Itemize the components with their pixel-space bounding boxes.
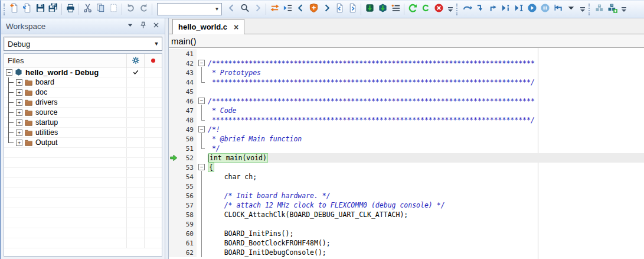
go-button[interactable] (525, 2, 538, 17)
config-selector[interactable]: Debug ▼ (4, 37, 162, 51)
print-button[interactable] (64, 2, 77, 17)
next-bookmark-button[interactable] (320, 2, 333, 17)
folder-label: board (35, 78, 54, 86)
redo-button[interactable] (137, 2, 150, 17)
folder-icon (24, 78, 33, 86)
breakpoint-margin[interactable] (169, 229, 178, 238)
toolbar-overflow-button[interactable] (446, 2, 454, 17)
breakpoint-margin[interactable] (169, 163, 178, 172)
restart-debugger-button[interactable] (406, 2, 419, 17)
function-context-bar[interactable]: main() (169, 34, 644, 48)
expand-icon[interactable]: + (16, 99, 22, 106)
quick-search-combo[interactable]: ▼ (157, 3, 222, 15)
tree-item-source[interactable]: +source (4, 108, 162, 118)
breakpoint-margin[interactable] (169, 87, 178, 96)
nav-forward-button[interactable] (251, 2, 264, 17)
tree-item-startup[interactable]: +startup (4, 118, 162, 128)
step-into-button[interactable] (473, 2, 486, 17)
toggle-bookmark-button[interactable] (268, 2, 281, 17)
step-over-button[interactable] (460, 2, 473, 17)
toolbar-overflow-button[interactable] (620, 2, 627, 17)
toolbar-grip-handle[interactable] (456, 4, 458, 15)
expand-icon[interactable]: + (16, 109, 22, 116)
toolbar-grip-handle[interactable] (4, 4, 5, 15)
tab-close-icon[interactable]: × (234, 23, 238, 31)
breakpoint-margin[interactable] (169, 191, 178, 200)
breakpoint-margin[interactable] (169, 219, 178, 229)
tree-item-drivers[interactable]: +drivers (4, 98, 162, 108)
save-button[interactable] (34, 2, 47, 17)
add-bookmark-button[interactable] (307, 2, 320, 17)
tree-item-output[interactable]: +Output (4, 138, 162, 148)
breakpoint-margin[interactable] (169, 115, 178, 125)
tree-item-doc[interactable]: +doc (4, 88, 162, 98)
expand-icon[interactable]: + (16, 89, 22, 96)
paste-button[interactable] (107, 2, 120, 17)
toolbar-grip-handle[interactable] (589, 4, 590, 15)
prev-document-button[interactable] (333, 2, 346, 17)
fold-toggle-icon[interactable]: − (198, 60, 205, 66)
breakpoint-margin[interactable] (169, 134, 178, 144)
expand-icon[interactable]: + (16, 119, 22, 126)
breakpoint-margin[interactable] (169, 77, 178, 87)
breakpoint-margin[interactable] (169, 106, 178, 115)
step-out-button[interactable] (486, 2, 499, 17)
prev-bookmark-button[interactable] (294, 2, 307, 17)
breakpoint-margin[interactable] (169, 200, 178, 210)
expand-icon[interactable]: + (16, 79, 22, 86)
next-document-button[interactable] (346, 2, 359, 17)
copy-button[interactable] (94, 2, 107, 17)
next-statement-button[interactable] (499, 2, 512, 17)
new-document-button[interactable] (8, 2, 21, 17)
goto-list-button[interactable] (281, 2, 294, 17)
chevron-down-icon[interactable]: ▼ (213, 7, 221, 12)
reset-button[interactable] (551, 2, 564, 17)
reset-options-dropdown[interactable] (564, 2, 577, 17)
breakpoint-margin[interactable] (169, 172, 178, 182)
step-over-icon (462, 3, 472, 15)
find-button[interactable] (238, 2, 251, 17)
open-document-button[interactable] (21, 2, 34, 17)
nav-back-button[interactable] (225, 2, 238, 17)
fold-toggle-icon[interactable]: − (198, 164, 205, 170)
cut-button[interactable] (81, 2, 94, 17)
tree-item-project[interactable]: −hello_world - Debug (4, 67, 162, 77)
download-run-button[interactable] (363, 2, 376, 17)
expand-icon[interactable]: + (16, 140, 22, 146)
blocks-add-button[interactable] (606, 2, 619, 17)
breakpoint-margin[interactable] (169, 248, 178, 257)
breakpoint-margin[interactable] (169, 238, 178, 248)
download-debug-button[interactable] (376, 2, 389, 17)
breakpoint-margin[interactable] (169, 59, 178, 68)
save-all-button[interactable] (47, 2, 60, 17)
collapse-icon[interactable]: − (6, 69, 12, 76)
fold-toggle-icon[interactable]: − (198, 98, 205, 104)
undo-button[interactable] (124, 2, 137, 17)
breakpoint-margin[interactable] (169, 49, 178, 59)
breakpoint-margin[interactable] (169, 153, 178, 163)
breakpoint-indicator-icon[interactable] (144, 54, 162, 67)
tab-hello-world-c[interactable]: hello_world.c × (172, 19, 244, 34)
tree-item-utilities[interactable]: +utilities (4, 128, 162, 138)
workspace-menu-dropdown[interactable] (126, 21, 134, 31)
stop-debugging-button[interactable] (432, 2, 445, 17)
run-to-cursor-button[interactable] (512, 2, 525, 17)
blocks-button[interactable] (593, 2, 606, 17)
expand-icon[interactable]: + (16, 130, 22, 136)
breakpoint-margin[interactable] (169, 125, 178, 134)
toolbar-separator (266, 4, 266, 15)
breakpoint-margin[interactable] (169, 68, 178, 77)
settings-gear-icon[interactable] (126, 54, 144, 67)
toolbar-overflow-button[interactable] (578, 2, 586, 17)
workspace-close-button[interactable] (152, 21, 160, 31)
breakpoint-margin[interactable] (169, 182, 178, 191)
break-button[interactable] (538, 2, 551, 17)
tree-item-board[interactable]: +board (4, 77, 162, 88)
context-list-button[interactable] (389, 2, 402, 17)
pin-icon[interactable] (139, 21, 147, 31)
breakpoint-margin[interactable] (169, 210, 178, 219)
breakpoint-margin[interactable] (169, 96, 178, 106)
compile-button[interactable] (419, 2, 432, 17)
breakpoint-margin[interactable] (169, 144, 178, 153)
fold-toggle-icon[interactable]: − (198, 126, 205, 132)
